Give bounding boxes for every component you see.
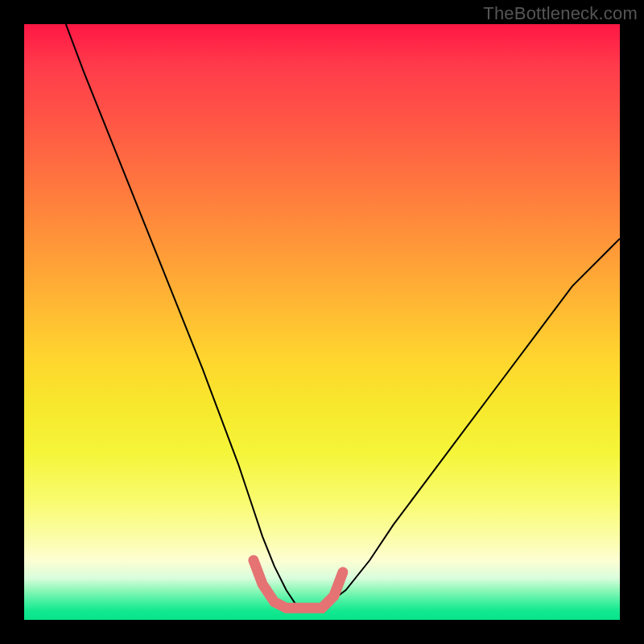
optimal-band-marker <box>254 560 343 608</box>
plot-area <box>24 24 620 620</box>
watermark-text: TheBottleneck.com <box>483 3 638 24</box>
chart-svg <box>24 24 620 620</box>
bottleneck-curve <box>66 24 620 608</box>
chart-frame: TheBottleneck.com <box>0 0 644 644</box>
